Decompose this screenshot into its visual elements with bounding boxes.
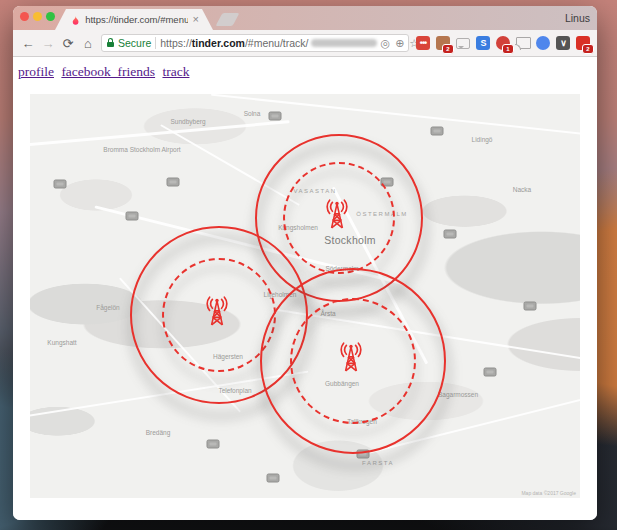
omnibox-divider	[155, 37, 156, 49]
forward-button[interactable]: →	[38, 36, 58, 51]
location-crosshair-icon[interactable]: ◎	[381, 38, 391, 49]
map-place-label: Bredäng	[146, 429, 171, 436]
road-number-badge	[269, 112, 282, 121]
road-number-badge	[126, 212, 139, 221]
map-place-label: Solna	[244, 110, 261, 117]
road-number-badge	[524, 302, 537, 311]
cell-tower-icon	[333, 339, 369, 375]
extension-red-card[interactable]: •••	[415, 35, 431, 51]
extension-badge: 1	[502, 44, 514, 54]
profile-name-button[interactable]: Linus	[565, 12, 590, 24]
road-number-badge	[444, 230, 457, 239]
extension-badge: 2	[442, 44, 454, 54]
window-controls	[20, 12, 55, 21]
road-number-badge	[167, 178, 180, 187]
browser-tab[interactable]: https://tinder.com/#menu/trac ×	[55, 9, 213, 30]
back-button[interactable]: ←	[18, 36, 38, 51]
map-attribution: Map data ©2017 Google	[521, 490, 576, 496]
browser-toolbar: ← → ⟳ ⌂ Secure https://tinder.com/#menu/…	[13, 30, 597, 57]
zoom-page-icon[interactable]: ⊕	[395, 38, 404, 49]
tab-title: https://tinder.com/#menu/trac	[85, 14, 187, 25]
extension-chat-bubble[interactable]	[455, 35, 471, 51]
tab-strip: https://tinder.com/#menu/trac × Linus	[13, 6, 597, 30]
chrome-menu-icon[interactable]: ⋮	[596, 36, 597, 50]
extension-blue-s[interactable]: S	[475, 35, 491, 51]
extension-monkey[interactable]: 2	[435, 35, 451, 51]
page-content: profile facebook_friends track Map data …	[13, 58, 597, 520]
extension-cast[interactable]	[515, 35, 531, 51]
url-redacted-blur	[311, 39, 377, 47]
page-link-facebook_friends[interactable]: facebook_friends	[61, 64, 155, 79]
map-place-label: Lidingö	[472, 136, 493, 143]
url-text: https://tinder.com/#menu/track/	[160, 37, 376, 49]
map-place-label: Nacka	[513, 186, 531, 193]
page-link-track[interactable]: track	[162, 64, 189, 79]
reload-button[interactable]: ⟳	[58, 36, 78, 51]
secure-padlock-icon	[107, 42, 114, 47]
page-nav-links: profile facebook_friends track	[13, 58, 597, 80]
zoom-window-button[interactable]	[46, 12, 55, 21]
road-number-badge	[484, 368, 497, 377]
road-number-badge	[207, 440, 220, 449]
extension-badge: 2	[582, 44, 594, 54]
road-number-badge	[431, 127, 444, 136]
close-window-button[interactable]	[20, 12, 29, 21]
address-bar[interactable]: Secure https://tinder.com/#menu/track/ ◎…	[101, 34, 409, 52]
extension-pocket[interactable]: ∨	[555, 35, 571, 51]
map-canvas[interactable]: Map data ©2017 Google SundbybergSolnaBro…	[30, 94, 580, 498]
map-place-label: Fågelön	[96, 304, 120, 311]
desktop-wallpaper: https://tinder.com/#menu/trac × Linus ← …	[0, 0, 617, 530]
extension-red-badge2[interactable]: 2	[575, 35, 591, 51]
road-number-badge	[54, 180, 67, 189]
browser-window: https://tinder.com/#menu/trac × Linus ← …	[13, 6, 597, 520]
tinder-flame-icon	[71, 14, 80, 26]
cell-tower-icon	[319, 196, 355, 232]
map-place-label: Sundbyberg	[170, 118, 205, 125]
road-number-badge	[267, 474, 280, 483]
tab-close-icon[interactable]: ×	[193, 14, 199, 25]
home-button[interactable]: ⌂	[78, 36, 98, 51]
new-tab-button[interactable]	[216, 13, 240, 26]
extensions-row: •••2S1∨2	[415, 35, 591, 51]
map-road	[211, 94, 580, 136]
minimize-window-button[interactable]	[33, 12, 42, 21]
cell-tower-icon	[199, 293, 235, 329]
secure-label: Secure	[118, 37, 151, 49]
map-place-label: Kungshatt	[47, 339, 76, 346]
map-place-label: Bromma Stockholm Airport	[103, 146, 180, 153]
extension-red-round[interactable]: 1	[495, 35, 511, 51]
extension-blue-round[interactable]	[535, 35, 551, 51]
page-link-profile[interactable]: profile	[18, 64, 54, 79]
